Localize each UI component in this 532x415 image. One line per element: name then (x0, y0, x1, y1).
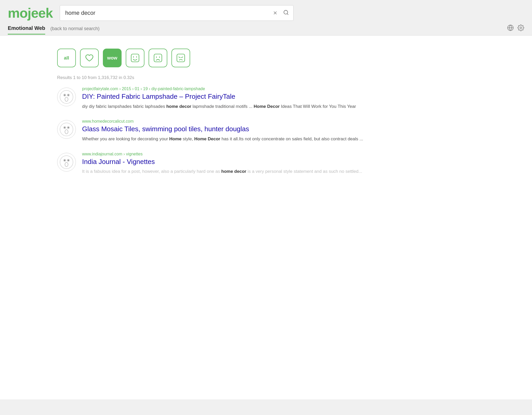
wow-face-icon-1 (59, 90, 74, 104)
svg-point-23 (64, 127, 65, 128)
tab-right (507, 24, 524, 35)
svg-line-1 (287, 14, 288, 15)
result-title-3[interactable]: India Journal - Vignettes (82, 157, 524, 166)
filter-angry[interactable] (171, 49, 190, 67)
svg-rect-11 (177, 54, 185, 62)
tab-back-normal[interactable]: (back to normal search) (50, 26, 99, 34)
svg-point-30 (68, 160, 69, 161)
result-item-3: www.indiajournal.com › vignettes India J… (57, 152, 524, 175)
filter-all-label: all (64, 55, 69, 61)
angry-icon (176, 53, 185, 63)
clear-button[interactable]: ✕ (272, 9, 278, 17)
result-item-2: www.homedecorcalicut.com Glass Mosaic Ti… (57, 119, 524, 142)
logo[interactable]: mojeek (8, 5, 55, 21)
result-item: projectfairytale.com › 2015 › 01 › 19 › … (57, 87, 524, 110)
results-count: Results 1 to 10 from 1,316,732 in 0.32s (57, 75, 524, 80)
result-snippet-1: diy diy fabric lampshades fabric laphsad… (82, 103, 524, 110)
wow-face-icon-2 (59, 122, 74, 136)
filter-love[interactable] (80, 49, 99, 67)
globe-icon[interactable] (507, 24, 514, 33)
result-url-1[interactable]: projectfairytale.com › 2015 › 01 › 19 › … (82, 87, 524, 91)
svg-line-12 (179, 57, 180, 58)
result-snippet-2: Whether you are looking for decorating y… (82, 136, 524, 142)
tab-left: Emotional Web (back to normal search) (8, 25, 99, 35)
gear-icon[interactable] (517, 24, 524, 33)
sad-icon (153, 53, 163, 63)
wow-face-icon-3 (59, 155, 74, 169)
filter-sad[interactable] (149, 49, 167, 67)
result-emoji-2 (57, 120, 76, 139)
svg-point-29 (64, 160, 65, 161)
svg-point-17 (64, 95, 65, 96)
search-bar-container: ✕ (60, 5, 294, 21)
heart-icon (85, 53, 94, 63)
tab-bar: Emotional Web (back to normal search) (0, 21, 532, 36)
svg-point-24 (68, 127, 69, 128)
result-emoji-1 (57, 88, 76, 106)
result-content-2: www.homedecorcalicut.com Glass Mosaic Ti… (82, 119, 524, 142)
result-url-3[interactable]: www.indiajournal.com › vignettes (82, 152, 524, 156)
search-icons: ✕ (272, 9, 290, 18)
filter-all[interactable]: all (57, 49, 76, 67)
happy-icon (130, 53, 140, 63)
svg-rect-5 (131, 54, 139, 62)
result-content-1: projectfairytale.com › 2015 › 01 › 19 › … (82, 87, 524, 110)
result-url-2[interactable]: www.homedecorcalicut.com (82, 119, 524, 124)
result-emoji-3 (57, 153, 76, 172)
svg-rect-8 (154, 54, 162, 62)
filter-wow-label: wow (107, 55, 117, 61)
result-title-1[interactable]: DIY: Painted Fabric Lampshade – Project … (82, 92, 524, 101)
tab-emotional-web[interactable]: Emotional Web (8, 25, 45, 35)
result-snippet-3: It is a fabulous idea for a post, howeve… (82, 168, 524, 175)
main-content: all wow (0, 36, 532, 399)
header: mojeek ✕ (0, 0, 532, 21)
emotion-filters: all wow (57, 43, 524, 67)
svg-point-4 (520, 27, 522, 29)
svg-point-18 (68, 95, 69, 96)
result-title-2[interactable]: Glass Mosaic Tiles, swimming pool tiles,… (82, 125, 524, 134)
svg-line-13 (181, 57, 183, 58)
search-button[interactable] (282, 9, 290, 18)
result-content-3: www.indiajournal.com › vignettes India J… (82, 152, 524, 175)
search-input[interactable] (60, 5, 294, 21)
filter-wow[interactable]: wow (103, 49, 122, 67)
filter-happy[interactable] (126, 49, 144, 67)
